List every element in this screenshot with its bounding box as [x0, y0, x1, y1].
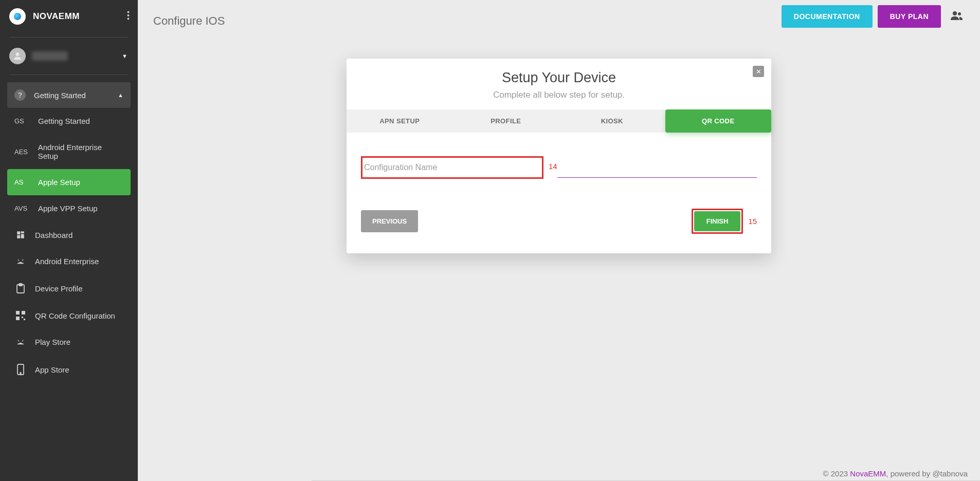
config-name-input[interactable] [361, 156, 543, 179]
nav-abbr: AVS [14, 205, 30, 212]
android-icon [14, 339, 27, 346]
documentation-button[interactable]: DOCUMENTATION [782, 5, 873, 28]
buy-plan-button[interactable]: BUY PLAN [878, 5, 941, 28]
svg-point-26 [958, 12, 961, 15]
nav-sub-apple-setup[interactable]: AS Apple Setup [7, 169, 131, 195]
svg-rect-7 [17, 235, 20, 238]
svg-point-0 [128, 11, 130, 13]
divider [9, 37, 129, 38]
tab-apn-setup[interactable]: APN SETUP [347, 109, 453, 133]
dashboard-icon [14, 230, 27, 239]
nav-device-profile[interactable]: Device Profile [7, 274, 131, 302]
phone-icon [14, 364, 27, 375]
setup-card: ✕ Setup Your Device Complete all below s… [347, 59, 771, 253]
svg-rect-17 [22, 317, 23, 318]
nav-abbr: GS [14, 117, 30, 125]
topbar: Configure IOS DOCUMENTATION BUY PLAN [138, 0, 980, 38]
previous-button[interactable]: PREVIOUS [361, 210, 418, 232]
svg-line-21 [18, 340, 19, 341]
user-name [32, 51, 68, 61]
svg-rect-6 [21, 234, 24, 238]
nav-label: Getting Started [38, 117, 90, 125]
tab-kiosk[interactable]: KIOSK [559, 109, 665, 133]
svg-line-22 [22, 340, 23, 341]
main: Configure IOS DOCUMENTATION BUY PLAN ✕ S… [138, 0, 980, 481]
nav-dashboard[interactable]: Dashboard [7, 221, 131, 248]
help-icon: ? [14, 89, 26, 101]
sidebar-nav: ? Getting Started ▲ GS Getting Started A… [0, 79, 138, 404]
card-header: Setup Your Device Complete all below ste… [347, 59, 771, 109]
chevron-up-icon: ▲ [118, 92, 123, 98]
svg-point-1 [128, 14, 130, 16]
svg-rect-5 [21, 231, 24, 233]
nav-qr-code-configuration[interactable]: QR Code Configuration [7, 302, 131, 329]
svg-line-11 [22, 259, 23, 261]
brand-name: NOVAEMM [33, 11, 80, 22]
svg-rect-15 [22, 311, 25, 314]
card-title: Setup Your Device [357, 70, 761, 86]
svg-rect-16 [16, 317, 20, 320]
more-vert-icon[interactable] [127, 11, 130, 22]
svg-rect-14 [16, 311, 20, 314]
nav-label: Android Enterprise Setup [38, 143, 123, 160]
nav-label: Device Profile [35, 284, 83, 293]
annotation-box-15: FINISH [692, 209, 743, 234]
nav-sub-apple-vpp-setup[interactable]: AVS Apple VPP Setup [7, 195, 131, 221]
footer-brand-link[interactable]: NovaEMM [850, 469, 886, 478]
svg-point-3 [16, 52, 20, 56]
svg-point-9 [22, 262, 23, 263]
people-icon[interactable] [946, 11, 968, 22]
nav-play-store[interactable]: Play Store [7, 329, 131, 355]
sidebar: NOVAEMM ▼ ? Getting Started ▲ GS Getting… [0, 0, 138, 481]
card-subtitle: Complete all below step for setup. [357, 90, 761, 100]
nav-abbr: AS [14, 178, 30, 186]
svg-rect-4 [17, 231, 20, 234]
top-actions: DOCUMENTATION BUY PLAN [782, 5, 968, 28]
page-title: Configure IOS [153, 14, 225, 28]
svg-line-10 [18, 259, 19, 261]
finish-wrap: FINISH 15 [692, 209, 757, 234]
nav-label: Apple VPP Setup [38, 204, 98, 213]
avatar [9, 48, 26, 64]
svg-point-2 [128, 18, 130, 20]
nav-sub-getting-started[interactable]: GS Getting Started [7, 108, 131, 134]
config-name-field-wrap: Configuration Name 14 [361, 156, 757, 179]
nav-android-enterprise[interactable]: Android Enterprise [7, 248, 131, 274]
nav-sub-android-enterprise-setup[interactable]: AES Android Enterprise Setup [7, 134, 131, 169]
input-underline [557, 177, 757, 178]
nav-label: Android Enterprise [35, 257, 99, 266]
tab-profile[interactable]: PROFILE [453, 109, 559, 133]
qr-icon [14, 311, 27, 320]
user-dropdown[interactable]: ▼ [0, 42, 138, 70]
svg-rect-18 [24, 319, 25, 320]
nav-label: Play Store [35, 338, 70, 346]
nav-label: App Store [35, 365, 69, 374]
nav-label: Dashboard [35, 231, 72, 239]
svg-point-24 [20, 373, 21, 374]
footer: © 2023 NovaEMM, powered by @tabnova [823, 469, 968, 478]
footer-copy-prefix: © 2023 [823, 469, 850, 478]
card-actions: PREVIOUS FINISH 15 [361, 209, 757, 234]
svg-point-20 [22, 342, 23, 343]
close-icon[interactable]: ✕ [753, 66, 764, 77]
nav-group-label: Getting Started [34, 91, 86, 100]
finish-button[interactable]: FINISH [694, 211, 741, 231]
chevron-down-icon: ▼ [122, 53, 128, 59]
nav-label: QR Code Configuration [35, 311, 115, 320]
tab-qr-code[interactable]: QR CODE [665, 109, 772, 133]
android-icon [14, 258, 27, 265]
brand-row: NOVAEMM [0, 0, 138, 33]
svg-point-25 [953, 11, 957, 15]
brand-logo [9, 8, 26, 25]
card-body: Configuration Name 14 PREVIOUS FINISH 15 [347, 133, 771, 253]
footer-powered: , powered by @tabnova [886, 469, 968, 478]
nav-abbr: AES [14, 148, 30, 156]
nav-label: Apple Setup [38, 178, 80, 187]
nav-app-store[interactable]: App Store [7, 355, 131, 384]
card-tabs: APN SETUP PROFILE KIOSK QR CODE [347, 109, 771, 133]
svg-point-19 [19, 342, 20, 343]
svg-point-8 [19, 262, 20, 263]
annotation-14: 14 [549, 162, 557, 171]
annotation-15: 15 [748, 217, 757, 226]
nav-group-getting-started[interactable]: ? Getting Started ▲ [7, 82, 131, 108]
